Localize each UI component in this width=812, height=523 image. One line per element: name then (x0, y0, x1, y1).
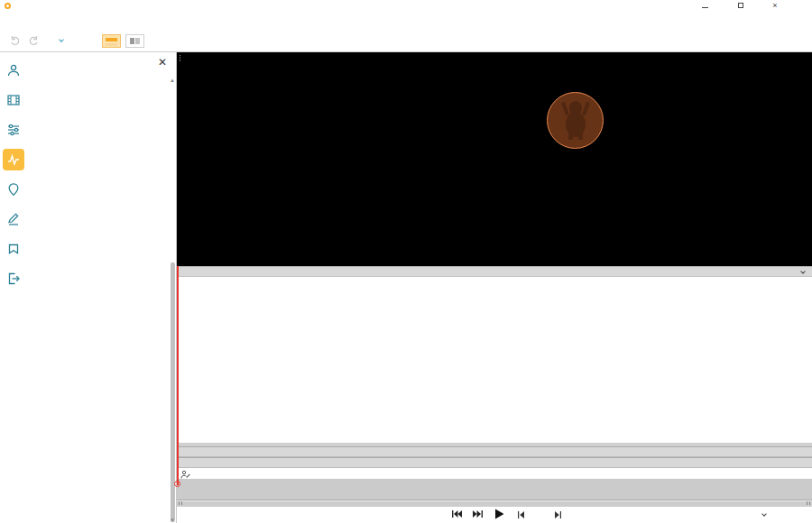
nav-participants[interactable] (3, 60, 24, 81)
undo-icon[interactable] (9, 34, 22, 47)
step-forward-button[interactable] (555, 511, 561, 518)
transport-bar (177, 507, 812, 523)
chevron-down-icon (59, 37, 64, 42)
signals-panel-groups (27, 78, 170, 523)
nav-rail (0, 52, 27, 523)
playhead-handle[interactable] (174, 481, 180, 487)
timeline-scrollbar[interactable] (177, 500, 812, 507)
chart-size-dropdown[interactable] (798, 269, 805, 277)
aoi-gorilla[interactable] (547, 92, 604, 149)
minimize-button[interactable] (695, 0, 715, 13)
window-title (16, 2, 25, 10)
signals-section-header (177, 266, 812, 277)
nav-markers[interactable] (3, 238, 24, 260)
title-bar: × (0, 0, 812, 13)
panels-dropdown[interactable] (56, 36, 63, 45)
previous-stimulus-button[interactable] (452, 509, 462, 518)
sliders-icon (6, 123, 21, 137)
location-pin-icon (6, 182, 21, 197)
close-window-button[interactable]: × (765, 0, 785, 13)
timeline-ruler[interactable] (177, 480, 812, 500)
nav-export[interactable] (3, 268, 24, 289)
scrollbar-grip-left[interactable] (179, 501, 182, 505)
step-back-button[interactable] (518, 511, 524, 518)
pencil-icon (6, 212, 21, 226)
markers-section-header (177, 446, 812, 457)
nav-recordings[interactable] (3, 89, 24, 111)
nav-aoi[interactable] (3, 179, 24, 200)
annotations-section-header (177, 457, 812, 468)
signals-panel: ✕ ▲ ▼ (27, 52, 177, 523)
layout-vertical-button[interactable] (125, 34, 144, 48)
chevron-down-icon (800, 269, 806, 274)
scrollbar-grip-right[interactable] (807, 501, 810, 505)
signal-tracks (177, 277, 812, 443)
maximize-button[interactable] (731, 0, 751, 13)
waveform-icon (6, 152, 21, 167)
playback-speed-dropdown[interactable] (759, 511, 766, 519)
layout-horizontal-button[interactable] (102, 34, 121, 48)
drag-grip-icon (180, 55, 182, 61)
exit-export-icon (6, 271, 21, 286)
nav-annotations[interactable] (3, 208, 24, 230)
imotions-logo-icon (5, 3, 11, 9)
ct-scan-image (177, 52, 812, 266)
toolbar (0, 30, 812, 52)
redo-icon[interactable] (27, 34, 40, 47)
chevron-down-icon (761, 511, 767, 517)
main-tabs (0, 13, 812, 30)
person-icon (6, 63, 21, 78)
nav-signals[interactable] (3, 149, 24, 170)
stimulus-label[interactable] (180, 54, 190, 62)
annotation-author-icon (180, 470, 190, 480)
nav-sensors[interactable] (3, 119, 24, 141)
next-stimulus-button[interactable] (473, 509, 483, 518)
annotation-row (177, 468, 812, 480)
film-icon (6, 93, 21, 107)
panel-scrollbar[interactable]: ▲ ▼ (170, 78, 175, 523)
stimulus-viewport (177, 52, 812, 266)
scroll-down-icon[interactable]: ▼ (170, 518, 175, 523)
scroll-up-icon[interactable]: ▲ (170, 78, 175, 83)
bookmark-icon (6, 242, 21, 256)
close-panel-icon[interactable]: ✕ (157, 58, 168, 69)
timeline-scrollbar-thumb[interactable] (177, 501, 812, 507)
app-window: × (0, 0, 812, 523)
playhead-line[interactable] (177, 266, 179, 485)
play-button[interactable] (494, 509, 504, 519)
gorilla-silhouette (558, 97, 594, 141)
